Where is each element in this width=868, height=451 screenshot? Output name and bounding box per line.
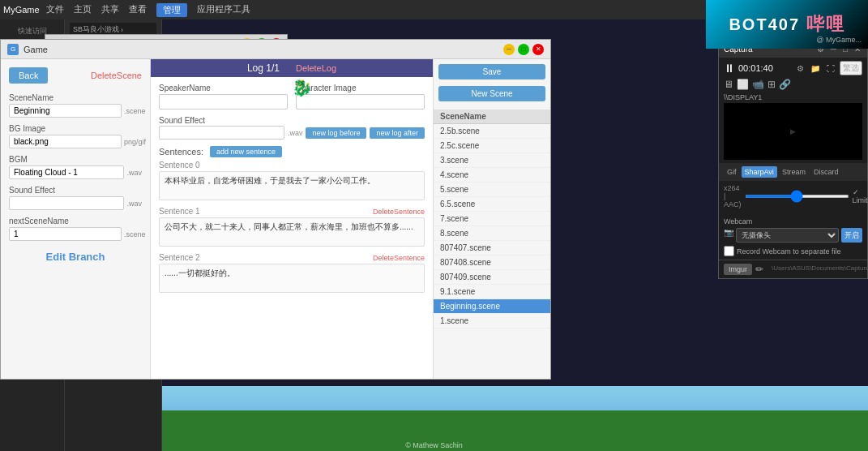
scene-name-input[interactable] — [9, 104, 122, 118]
speaker-group: SpeakerName 🐉 — [159, 84, 288, 110]
sentences-list: Sentence 0 本科毕业后，自觉考研困难，于是我去了一家小公司工作。 Se… — [151, 161, 433, 379]
app-title: MyGame — [3, 5, 40, 15]
edit-branch-button[interactable]: Edit Branch — [9, 247, 142, 266]
menu-app-tools[interactable]: 应用程序工具 — [197, 3, 250, 17]
game-window-title: Game — [24, 45, 498, 54]
obs-region-icon[interactable]: ⊞ — [768, 79, 776, 90]
obs-codec-section: x264 | AAC) ✓ Limit — [719, 181, 867, 214]
add-sentence-button[interactable]: add new sentence — [210, 146, 282, 157]
game-title-icon: G — [7, 44, 19, 55]
scene-item-1[interactable]: 1.scene — [434, 314, 550, 329]
obs-webcam-title: Webcam — [724, 217, 862, 226]
obs-webcam-select[interactable]: 无摄像头 — [736, 228, 839, 243]
obs-tab-discard[interactable]: Discard — [810, 166, 842, 178]
scene-item-807408[interactable]: 807408.scene — [434, 256, 550, 270]
new-log-after-button[interactable]: new log after — [370, 127, 425, 139]
obs-lang-button[interactable]: 繁选 — [840, 61, 862, 75]
menu-home[interactable]: 主页 — [74, 3, 92, 17]
menu-manage[interactable]: 管理 — [156, 3, 187, 17]
obs-edit-button[interactable]: ✏ — [755, 264, 763, 275]
sentence-1-label: Sentence 1 — [159, 207, 200, 216]
delete-sentence-2-button[interactable]: DeleteSentence — [373, 254, 425, 262]
scene-item-beginning[interactable]: Beginning.scene — [434, 299, 550, 314]
back-button[interactable]: Back — [9, 67, 48, 84]
sentence-1-header: Sentence 1 DeleteSentence — [159, 207, 425, 216]
scene-item-3[interactable]: 3.scene — [434, 153, 550, 168]
middle-sound-effect-row: Sound Effect .wav new log before new log… — [151, 113, 433, 143]
char-image-label: Character Image — [296, 84, 425, 92]
scene-item-7[interactable]: 7.scene — [434, 212, 550, 226]
sentence-2-label: Sentence 2 — [159, 253, 200, 262]
menu-view[interactable]: 查看 — [129, 3, 147, 17]
delete-log-button[interactable]: DeleteLog — [296, 63, 336, 73]
bg-image-group: BG Image png/gif — [9, 124, 142, 148]
char-image-input[interactable] — [296, 94, 425, 110]
obs-quality-slider[interactable] — [745, 195, 849, 198]
delete-scene-button[interactable]: DeleteScene — [91, 71, 142, 80]
sound-effect-group: Sound Effect .wav — [9, 186, 142, 210]
delete-sentence-1-button[interactable]: DeleteSentence — [373, 208, 425, 216]
obs-link-icon[interactable]: 🔗 — [779, 79, 791, 90]
obs-record-checkbox[interactable] — [724, 246, 734, 256]
credit-text: © Mathew Sachin — [405, 441, 463, 449]
menu-share[interactable]: 共享 — [101, 3, 119, 17]
sentence-2-header: Sentence 2 DeleteSentence — [159, 253, 425, 262]
sound-row-inner: .wav new log before new log after — [159, 126, 425, 140]
obs-settings2-icon[interactable]: ⚙ — [795, 64, 806, 73]
scene-item-807407[interactable]: 807407.scene — [434, 241, 550, 256]
scene-item-5[interactable]: 5.scene — [434, 183, 550, 197]
bg-image-input[interactable] — [9, 135, 122, 148]
maximize-btn[interactable]: □ — [518, 44, 529, 55]
obs-path: \Users\ASUS\Documents\Captura — [767, 264, 868, 275]
obs-imgur-button[interactable]: Imgur — [724, 264, 752, 275]
new-scene-button[interactable]: New Scene — [438, 86, 545, 101]
sentence-0-header: Sentence 0 — [159, 161, 425, 170]
next-scene-input[interactable] — [9, 227, 122, 241]
new-log-before-button[interactable]: new log before — [306, 127, 366, 139]
menu-file[interactable]: 文件 — [46, 3, 64, 17]
close-btn[interactable]: ✕ — [532, 44, 544, 55]
bgm-input[interactable] — [9, 165, 124, 179]
menu-bar: 文件 主页 共享 查看 管理 应用程序工具 — [46, 3, 250, 17]
obs-folder-icon[interactable]: 📁 — [809, 64, 822, 73]
game-window: G Game ─ □ ✕ Back DeleteScene SceneName … — [0, 39, 551, 380]
obs-record-label: Record Webcam to separate file — [737, 247, 840, 256]
obs-display-section: \\DISPLAY1 ▶ — [719, 93, 867, 163]
obs-tab-gif[interactable]: Gif — [724, 166, 740, 178]
obs-tab-stream[interactable]: Stream — [779, 166, 809, 178]
sentence-item-0: Sentence 0 本科毕业后，自觉考研困难，于是我去了一家小公司工作。 — [159, 161, 425, 200]
speaker-input[interactable] — [159, 94, 288, 110]
sentence-item-2: Sentence 2 DeleteSentence ......一切都挺好的。 — [159, 253, 425, 293]
obs-fullscreen-icon[interactable]: ⛶ — [825, 64, 836, 73]
obs-webcam-icon[interactable]: 📹 — [752, 79, 764, 90]
speaker-label: SpeakerName — [159, 84, 288, 92]
scene-item-9-1[interactable]: 9.1.scene — [434, 285, 550, 299]
scene-item-2-5c[interactable]: 2.5c.scene — [434, 139, 550, 153]
back-row: Back DeleteScene — [9, 67, 142, 84]
obs-display-label: \\DISPLAY1 — [724, 93, 862, 101]
scene-item-807409[interactable]: 807409.scene — [434, 270, 550, 285]
sentences-header: Sentences: add new sentence — [151, 143, 433, 161]
scene-item-2-5b[interactable]: 2.5b.scene — [434, 124, 550, 139]
obs-pause-button[interactable]: ⏸ — [724, 62, 735, 75]
scene-item-8[interactable]: 8.scene — [434, 226, 550, 241]
obs-webcam-open-button[interactable]: 开启 — [841, 228, 862, 243]
game-middle-panel: Log 1/1 DeleteLog SpeakerName 🐉 Characte… — [151, 59, 433, 379]
speaker-char-row: SpeakerName 🐉 Character Image — [151, 77, 433, 113]
bg-image-label: BG Image — [9, 124, 142, 133]
save-button[interactable]: Save — [438, 64, 545, 79]
scene-name-group: SceneName .scene — [9, 93, 142, 118]
bili-platform-icon: 哔哩 — [806, 14, 845, 34]
game-left-panel: Back DeleteScene SceneName .scene BG Ima… — [1, 59, 151, 379]
scene-item-6-5[interactable]: 6.5.scene — [434, 197, 550, 212]
obs-bottom-row: Imgur ✏ \Users\ASUS\Documents\Captura ··… — [719, 260, 867, 278]
obs-window-icon[interactable]: ⬜ — [737, 79, 749, 90]
log-header: Log 1/1 DeleteLog — [151, 59, 433, 77]
scene-item-4[interactable]: 4.scene — [434, 168, 550, 183]
middle-sound-input[interactable] — [159, 126, 284, 140]
obs-screen-icon[interactable]: 🖥 — [724, 79, 733, 90]
minimize-btn[interactable]: ─ — [503, 44, 515, 55]
bili-username: BOT407 哔哩 — [729, 12, 844, 37]
sound-effect-input[interactable] — [9, 196, 124, 210]
obs-tab-sharpavi[interactable]: SharpAvi — [742, 166, 777, 178]
